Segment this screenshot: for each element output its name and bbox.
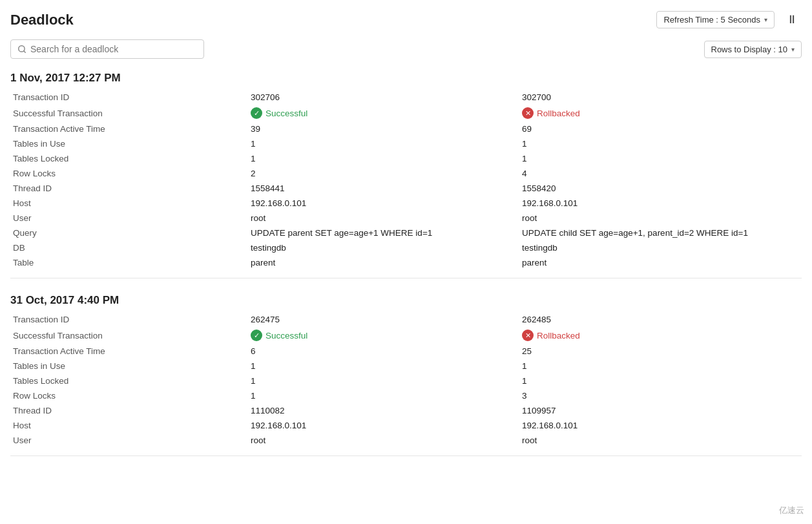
table-row: Row Locks24 <box>10 166 802 181</box>
check-icon: ✓ <box>251 330 262 341</box>
section-title-2: 31 Oct, 2017 4:40 PM <box>10 294 802 307</box>
status-badge-rollback: ✕Rollbacked <box>522 330 580 341</box>
row-val1: testingdb <box>249 240 521 255</box>
row-val2: 69 <box>521 121 802 136</box>
table-row: Tables Locked11 <box>10 151 802 166</box>
row-val2: 192.168.0.101 <box>521 418 802 433</box>
row-val1: root <box>249 433 521 448</box>
table-row: Transaction Active Time3969 <box>10 121 802 136</box>
row-val2: 1109957 <box>521 403 802 418</box>
table-row: QueryUPDATE parent SET age=age+1 WHERE i… <box>10 225 802 240</box>
table-row: Transaction Active Time625 <box>10 344 802 359</box>
row-val2: 1 <box>521 373 802 388</box>
row-label: User <box>10 433 249 448</box>
table-row: Tables Locked11 <box>10 373 802 388</box>
table-row: Tables in Use11 <box>10 359 802 373</box>
header-row: Deadlock Refresh Time : 5 Seconds ▾ ⏸ <box>10 10 802 29</box>
row-val1: 6 <box>249 344 521 359</box>
row-val2: 4 <box>521 166 802 181</box>
row-val2: ✕Rollbacked <box>521 327 802 344</box>
deadlock-section-1: 1 Nov, 2017 12:27 PMTransaction ID302706… <box>10 72 802 278</box>
deadlock-section-2: 31 Oct, 2017 4:40 PMTransaction ID262475… <box>10 294 802 456</box>
x-icon: ✕ <box>522 330 534 341</box>
row-label: DB <box>10 240 249 255</box>
row-val2: root <box>521 211 802 225</box>
row-val2: 1558420 <box>521 181 802 196</box>
status-badge-rollback: ✕Rollbacked <box>522 107 580 119</box>
row-label: Row Locks <box>10 388 249 403</box>
table-row: Successful Transaction✓Successful✕Rollba… <box>10 105 802 121</box>
row-val1: 1 <box>249 151 521 166</box>
check-icon: ✓ <box>251 107 262 119</box>
table-row: Tableparentparent <box>10 255 802 270</box>
table-row: Thread ID11100821109957 <box>10 403 802 418</box>
row-label: Tables in Use <box>10 136 249 151</box>
row-label: Thread ID <box>10 181 249 196</box>
row-label: Transaction Active Time <box>10 121 249 136</box>
pause-button[interactable]: ⏸ <box>782 10 802 29</box>
status-badge-success: ✓Successful <box>251 107 307 119</box>
row-val2: 262485 <box>521 312 802 327</box>
table-row: Thread ID15584411558420 <box>10 181 802 196</box>
rows-control: Rows to Display : 10 ▾ <box>704 41 802 58</box>
row-val1: 262475 <box>249 312 521 327</box>
row-label: Transaction Active Time <box>10 344 249 359</box>
table-row: Transaction ID262475262485 <box>10 312 802 327</box>
x-icon: ✕ <box>522 107 534 119</box>
row-val2: parent <box>521 255 802 270</box>
row-label: Tables Locked <box>10 151 249 166</box>
header-controls: Refresh Time : 5 Seconds ▾ ⏸ <box>656 10 802 29</box>
search-box[interactable] <box>10 39 204 59</box>
row-label: Tables Locked <box>10 373 249 388</box>
row-label: Row Locks <box>10 166 249 181</box>
row-val2: testingdb <box>521 240 802 255</box>
table-row: Host192.168.0.101192.168.0.101 <box>10 418 802 433</box>
table-row: Userrootroot <box>10 433 802 448</box>
row-val1: 192.168.0.101 <box>249 196 521 211</box>
status-badge-success: ✓Successful <box>251 330 307 341</box>
svg-line-1 <box>24 51 26 53</box>
table-row: Transaction ID302706302700 <box>10 90 802 105</box>
row-val2: 25 <box>521 344 802 359</box>
refresh-dropdown[interactable]: Refresh Time : 5 Seconds ▾ <box>656 11 775 28</box>
row-label: User <box>10 211 249 225</box>
row-label: Host <box>10 196 249 211</box>
row-val1: 302706 <box>249 90 521 105</box>
data-grid-1: Transaction ID302706302700Successful Tra… <box>10 90 802 270</box>
search-input[interactable] <box>30 44 197 54</box>
row-val1: 1558441 <box>249 181 521 196</box>
rows-dropdown[interactable]: Rows to Display : 10 ▾ <box>704 41 802 58</box>
rows-label: Rows to Display : 10 <box>711 45 788 54</box>
row-val2: ✕Rollbacked <box>521 105 802 121</box>
table-row: Userrootroot <box>10 211 802 225</box>
row-label: Table <box>10 255 249 270</box>
table-row: Row Locks13 <box>10 388 802 403</box>
row-val1: 1 <box>249 388 521 403</box>
chevron-down-icon-rows: ▾ <box>791 46 795 53</box>
row-val1: root <box>249 211 521 225</box>
row-val1: UPDATE parent SET age=age+1 WHERE id=1 <box>249 225 521 240</box>
table-row: DBtestingdbtestingdb <box>10 240 802 255</box>
chevron-down-icon: ▾ <box>764 16 767 23</box>
page-title: Deadlock <box>10 12 74 28</box>
row-val1: 1110082 <box>249 403 521 418</box>
row-val1: ✓Successful <box>249 105 521 121</box>
row-val1: 1 <box>249 359 521 373</box>
row-label: Thread ID <box>10 403 249 418</box>
row-val1: 1 <box>249 136 521 151</box>
row-val2: 1 <box>521 151 802 166</box>
row-val1: parent <box>249 255 521 270</box>
sections-container: 1 Nov, 2017 12:27 PMTransaction ID302706… <box>10 72 802 456</box>
row-val1: 39 <box>249 121 521 136</box>
table-row: Successful Transaction✓Successful✕Rollba… <box>10 327 802 344</box>
row-label: Successful Transaction <box>10 105 249 121</box>
search-icon <box>17 45 26 54</box>
row-label: Transaction ID <box>10 312 249 327</box>
row-val2: 1 <box>521 359 802 373</box>
row-val1: ✓Successful <box>249 327 521 344</box>
row-val1: 1 <box>249 373 521 388</box>
row-val1: 192.168.0.101 <box>249 418 521 433</box>
section-title-1: 1 Nov, 2017 12:27 PM <box>10 72 802 85</box>
row-val2: UPDATE child SET age=age+1, parent_id=2 … <box>521 225 802 240</box>
search-row: Rows to Display : 10 ▾ <box>10 39 802 59</box>
